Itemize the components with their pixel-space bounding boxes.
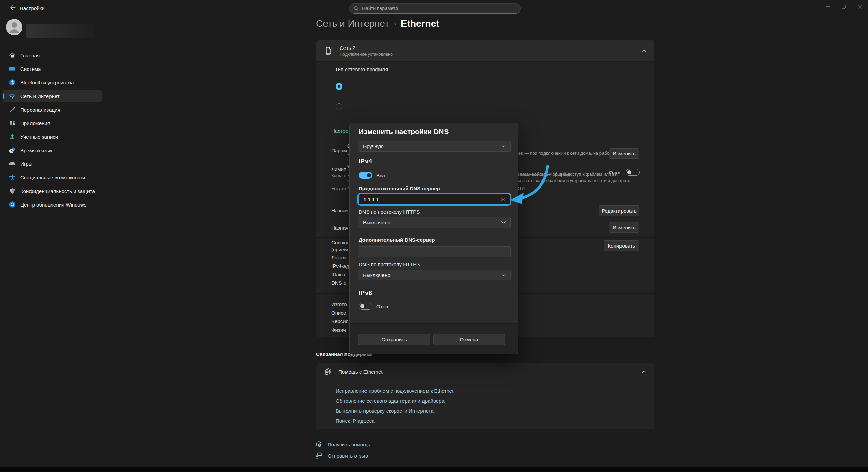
radio-private-network[interactable] [336, 103, 342, 110]
preferred-dns-input-highlighted[interactable] [357, 193, 511, 206]
sidebar-item-accounts[interactable]: Учетные записи [3, 131, 102, 143]
chevron-up-icon[interactable] [642, 50, 646, 52]
back-button[interactable] [7, 3, 18, 12]
ipv4-heading: IPv4 [359, 158, 372, 165]
sidebar-item-home[interactable]: Главная [3, 49, 102, 61]
edit-ip-button[interactable]: Изменить [609, 222, 639, 233]
doh-dropdown-2[interactable]: Выключено [358, 270, 511, 280]
chevron-down-icon [501, 274, 506, 276]
headset-help-icon: ? [315, 440, 323, 448]
edit-auth-button[interactable]: Изменить [609, 148, 639, 159]
brush-icon [9, 106, 16, 113]
help-card-title: Помощь с Ethernet [338, 369, 382, 375]
ethernet-icon [324, 46, 334, 56]
sidebar-item-bluetooth[interactable]: Bluetooth и устройства [3, 76, 102, 88]
help-expander-header[interactable]: Помощь с Ethernet [316, 363, 654, 380]
network-status: Подключение установлено [340, 52, 393, 57]
network-expander-header[interactable]: Сеть 2 Подключение установлено [316, 40, 654, 61]
annotation-arrow [505, 162, 559, 206]
copy-button[interactable]: Копировать [604, 240, 639, 251]
ipv6-heading: IPv6 [359, 289, 372, 297]
ipv6-toggle[interactable] [359, 303, 372, 310]
help-link-find-ip[interactable]: Поиск IP-адреса [336, 416, 453, 426]
breadcrumb: Сеть и Интернет › Ethernet [316, 17, 439, 31]
sidebar-item-system[interactable]: Система [3, 63, 102, 75]
minimize-button[interactable] [820, 0, 836, 14]
get-help-link[interactable]: ? Получить помощь [315, 440, 370, 448]
help-link-fix-connection[interactable]: Исправление проблем с подключением к Eth… [336, 386, 453, 396]
clock-globe-icon [9, 147, 16, 154]
ipv6-toggle-row: Откл. [359, 303, 389, 310]
sidebar-item-personalization[interactable]: Персонализация [3, 103, 102, 116]
breadcrumb-parent[interactable]: Сеть и Интернет [316, 18, 389, 29]
ip-assignment-label-fragment: Назнач [331, 225, 348, 231]
save-button[interactable]: Сохранить [358, 334, 430, 345]
description-label-fragment: Описа [331, 310, 346, 316]
doh-dropdown-1[interactable]: Выключено [358, 217, 511, 228]
limit-toggle-label: Откл. [609, 170, 622, 175]
data-limit-toggle[interactable] [626, 169, 640, 176]
sidebar-item-windows-update[interactable]: Центр обновления Windows [3, 198, 102, 211]
close-button[interactable] [852, 0, 868, 14]
help-link-speed-test[interactable]: Выполнить проверку скорости Интернета [336, 406, 453, 416]
sidebar-item-accessibility[interactable]: Специальные возможности [3, 171, 102, 183]
ipv4-address-label-fragment: IPv4-ад [331, 263, 349, 269]
ipv6-toggle-label: Откл. [376, 303, 389, 309]
cancel-button[interactable]: Отмена [433, 334, 505, 345]
apps-icon [9, 120, 16, 126]
dialog-footer: Сохранить Отмена [350, 323, 518, 354]
avatar[interactable] [6, 19, 22, 35]
update-icon [9, 201, 16, 208]
local-link-label-fragment: Локал [331, 255, 346, 260]
alternate-dns-input[interactable] [358, 246, 511, 257]
send-feedback-link[interactable]: Отправить отзыв [315, 452, 368, 460]
system-icon [9, 65, 16, 72]
app-title: Настройки [20, 5, 45, 11]
feedback-icon [315, 452, 323, 460]
accessibility-icon [9, 174, 16, 181]
gamepad-icon [9, 160, 16, 167]
sidebar-item-time-language[interactable]: Время и язык [3, 144, 102, 156]
bluetooth-icon [9, 79, 16, 86]
manufacturer-label-fragment: Изгото [331, 301, 347, 307]
chevron-up-icon[interactable] [642, 370, 646, 373]
ipv4-toggle-label: Вкл. [376, 173, 387, 178]
doh-label-1: DNS по протоколу HTTPS [359, 209, 420, 215]
alternate-dns-label: Дополнительный DNS-сервер [359, 237, 435, 243]
globe-help-icon [324, 368, 332, 376]
radio-public-network[interactable] [336, 83, 342, 90]
dns-servers-label-fragment: DNS-с [331, 280, 346, 286]
help-link-update-adapter[interactable]: Обновление сетевого адаптера или драйвер… [336, 396, 453, 406]
driver-version-label-fragment: Версия [331, 318, 349, 324]
help-links: Исправление проблем с подключением к Eth… [336, 386, 453, 426]
ipv4-toggle[interactable] [359, 172, 372, 179]
dialog-title: Изменить настройки DNS [359, 127, 449, 136]
doh-label-2: DNS по протоколу HTTPS [359, 261, 420, 267]
edit-dns-button[interactable]: Редактировать [599, 205, 639, 216]
sidebar-item-games[interactable]: Игры [3, 158, 102, 170]
link-speed-label-fragment: Совоку [331, 240, 348, 245]
search-input[interactable] [362, 6, 505, 11]
set-limit-link-fragment[interactable]: Устано [331, 185, 348, 191]
settings-search[interactable] [349, 3, 521, 14]
profile-type-label: Тип сетевого профиля [335, 66, 388, 72]
firewall-settings-link-fragment[interactable]: Настро [331, 128, 348, 134]
settings-window: Настройки Главная Система Bluetooth и ус… [0, 0, 868, 472]
sidebar-item-privacy[interactable]: Конфиденциальность и защита [3, 185, 102, 197]
dns-settings-dialog: Изменить настройки DNS Вручную IPv4 Вкл.… [349, 123, 518, 354]
restore-button[interactable] [836, 0, 852, 14]
data-limit-desc-fragment: Когда в [331, 173, 346, 178]
person-icon [9, 133, 16, 140]
help-card: Помощь с Ethernet Исправление проблем с … [316, 363, 654, 429]
mac-address-label-fragment: Физич [331, 327, 346, 333]
sidebar-item-apps[interactable]: Приложения [3, 117, 102, 129]
sidebar-item-network[interactable]: Сеть и Интернет [3, 90, 102, 102]
preferred-dns-input[interactable] [363, 197, 496, 202]
shield-icon [9, 188, 16, 194]
link-speed-label-fragment-2: (прием [331, 247, 348, 252]
wifi-icon [9, 93, 16, 99]
sidebar-nav: Главная Система Bluetooth и устройства С… [3, 49, 102, 212]
dns-mode-dropdown[interactable]: Вручную [358, 141, 511, 152]
account-name-blurred [26, 24, 94, 38]
home-icon [9, 52, 16, 59]
